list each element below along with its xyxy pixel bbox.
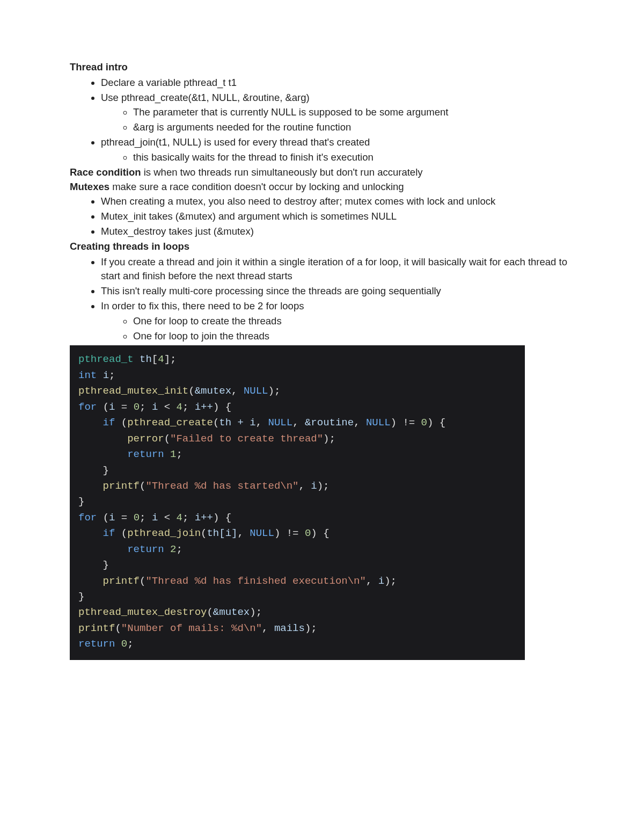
heading-thread-intro: Thread intro: [70, 60, 574, 75]
code-token: perror: [127, 433, 164, 445]
code-token: "Thread %d has finished execution\n": [145, 575, 365, 587]
code-token: i++: [195, 401, 213, 413]
code-token: NULL: [366, 417, 391, 429]
code-token: pthread_mutex_destroy: [78, 606, 207, 618]
code-token: printf: [78, 622, 115, 634]
code-token: 0: [134, 401, 140, 413]
code-token: i: [378, 575, 384, 587]
code-token: 0: [134, 512, 140, 524]
code-token: 4: [177, 401, 182, 413]
list-item: Mutex_init takes (&mutex) and argument w…: [101, 209, 574, 224]
list-item: When creating a mutex, you also need to …: [101, 194, 574, 209]
text: make sure a race condition doesn't occur…: [109, 181, 404, 192]
code-token: th: [140, 353, 152, 365]
code-token: i: [109, 512, 115, 524]
list-item-text: In order to fix this, there need to be 2…: [101, 300, 304, 311]
code-token: th + i: [219, 417, 255, 429]
code-snippet: pthread_t th[4]; int i; pthread_mutex_in…: [70, 345, 525, 659]
list-item: Declare a variable pthread_t t1: [101, 76, 574, 90]
code-token: 0: [121, 638, 127, 650]
sublist: One for loop to create the threads One f…: [101, 314, 574, 344]
code-token: for: [78, 401, 97, 413]
code-token: NULL: [250, 527, 274, 539]
sublist: this basically waits for the thread to f…: [101, 150, 574, 165]
code-token: i++: [195, 512, 213, 524]
code-token: if: [103, 527, 115, 539]
code-token: return: [127, 448, 164, 460]
code-token: for: [78, 512, 97, 524]
code-token: pthread_create: [127, 417, 213, 429]
list-item: this basically waits for the thread to f…: [133, 150, 574, 165]
code-token: 2: [170, 543, 176, 555]
code-token: pthread_mutex_init: [78, 385, 188, 397]
code-token: printf: [103, 575, 140, 587]
list-item: One for loop to join the threads: [133, 329, 574, 344]
code-token: &mutex: [195, 385, 231, 397]
list-item: In order to fix this, there need to be 2…: [101, 299, 574, 343]
code-token: i: [311, 480, 317, 492]
code-token: "Thread %d has started\n": [145, 480, 298, 492]
code-token: i: [109, 401, 115, 413]
list-item: &arg is arguments needed for the routine…: [133, 120, 574, 135]
code-token: NULL: [244, 385, 268, 397]
list-mutexes: When creating a mutex, you also need to …: [70, 194, 574, 238]
code-token: int: [78, 369, 97, 381]
list-loops: If you create a thread and join it withi…: [70, 255, 574, 344]
list-item: This isn't really multi-core processing …: [101, 284, 574, 299]
list-thread-intro: Declare a variable pthread_t t1 Use pthr…: [70, 76, 574, 165]
list-item-text: pthread_join(t1, NULL) is used for every…: [101, 136, 370, 148]
para-race-condition: Race condition is when two threads run s…: [70, 165, 574, 180]
para-mutexes: Mutexes make sure a race condition doesn…: [70, 180, 574, 194]
text: is when two threads run simultaneously b…: [141, 166, 423, 178]
code-token: 4: [177, 512, 182, 524]
document-page: Thread intro Declare a variable pthread_…: [0, 0, 644, 660]
code-token: "Failed to create thread": [170, 433, 323, 445]
list-item: pthread_join(t1, NULL) is used for every…: [101, 135, 574, 165]
code-token: 1: [170, 448, 176, 460]
code-token: return: [127, 543, 164, 555]
list-item: Use pthread_create(&t1, NULL, &routine, …: [101, 91, 574, 135]
code-token: 0: [305, 527, 311, 539]
code-token: 4: [158, 353, 164, 365]
code-token: 0: [421, 417, 427, 429]
term-mutexes: Mutexes: [70, 181, 109, 192]
code-token: pthread_join: [127, 527, 201, 539]
code-token: if: [103, 417, 115, 429]
code-token: printf: [103, 480, 140, 492]
code-token: th[i]: [207, 527, 237, 539]
list-item-text: Use pthread_create(&t1, NULL, &routine, …: [101, 92, 310, 103]
code-token: i: [103, 369, 109, 381]
code-token: return: [78, 638, 115, 650]
list-item: If you create a thread and join it withi…: [101, 255, 574, 284]
heading-loops: Creating threads in loops: [70, 240, 574, 254]
list-item: One for loop to create the threads: [133, 314, 574, 329]
code-token: "Number of mails: %d\n": [121, 622, 262, 634]
code-token: mails: [274, 622, 305, 634]
code-token: pthread_t: [78, 353, 134, 365]
sublist: The parameter that is currently NULL is …: [101, 105, 574, 135]
list-item: Mutex_destroy takes just (&mutex): [101, 224, 574, 239]
list-item: The parameter that is currently NULL is …: [133, 105, 574, 120]
code-token: &mutex: [213, 606, 250, 618]
code-token: NULL: [268, 417, 293, 429]
term-race-condition: Race condition: [70, 166, 141, 178]
code-token: &routine: [305, 417, 354, 429]
